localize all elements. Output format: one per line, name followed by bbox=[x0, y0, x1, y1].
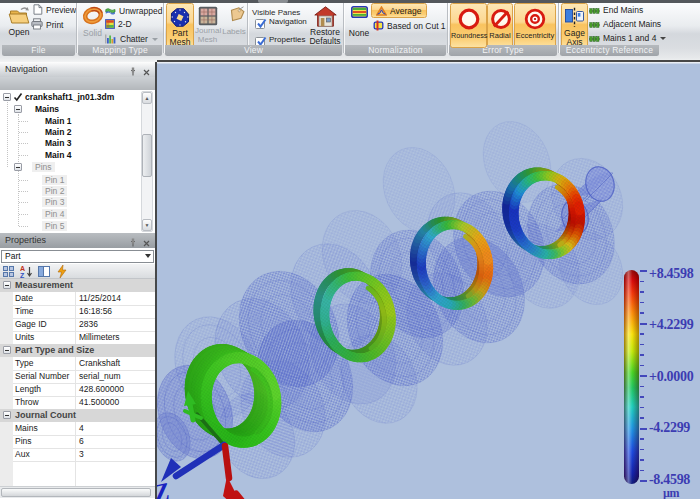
svg-text:A: A bbox=[20, 265, 25, 272]
svg-text:Z: Z bbox=[157, 476, 172, 499]
svg-text:Z: Z bbox=[20, 272, 25, 278]
